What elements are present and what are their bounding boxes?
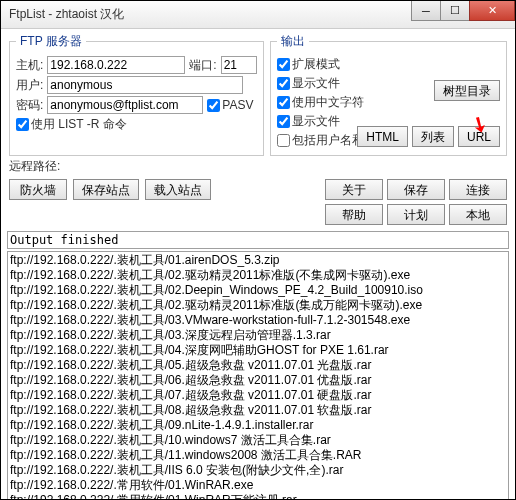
list-item[interactable]: ftp://192.168.0.222/.装机工具/02.驱动精灵2011标准版… xyxy=(8,268,508,283)
savesite-button[interactable]: 保存站点 xyxy=(73,179,139,200)
ftp-server-group: FTP 服务器 主机: 端口: 用户: 密码: PASV 使用 LIST -R … xyxy=(9,33,264,156)
list-item[interactable]: ftp://192.168.0.222/.装机工具/03.VMware-work… xyxy=(8,313,508,328)
user-input[interactable] xyxy=(47,76,243,94)
list-item[interactable]: ftp://192.168.0.222/.装机工具/05.超级急救盘 v2011… xyxy=(8,358,508,373)
help-button[interactable]: 帮助 xyxy=(325,204,383,225)
list-item[interactable]: ftp://192.168.0.222/.装机工具/IIS 6.0 安装包(附缺… xyxy=(8,463,508,478)
list-item[interactable]: ftp://192.168.0.222/.装机工具/09.nLite-1.4.9… xyxy=(8,418,508,433)
titlebar: FtpList - zhtaoist 汉化 ─ ☐ ✕ xyxy=(1,1,515,29)
close-button[interactable]: ✕ xyxy=(469,1,515,21)
list-button[interactable]: 列表 xyxy=(412,126,454,147)
pass-input[interactable] xyxy=(47,96,203,114)
list-item[interactable]: ftp://192.168.0.222/.装机工具/04.深度网吧辅助GHOST… xyxy=(8,343,508,358)
status-bar: Output finished xyxy=(7,231,509,249)
list-item[interactable]: ftp://192.168.0.222/.装机工具/06.超级急救盘 v2011… xyxy=(8,373,508,388)
list-item[interactable]: ftp://192.168.0.222/.装机工具/10.windows7 激活… xyxy=(8,433,508,448)
list-item[interactable]: ftp://192.168.0.222/.常用软件/01.WinRAR万能注册.… xyxy=(8,493,508,500)
minimize-button[interactable]: ─ xyxy=(411,1,441,21)
list-item[interactable]: ftp://192.168.0.222/.装机工具/11.windows2008… xyxy=(8,448,508,463)
window-title: FtpList - zhtaoist 汉化 xyxy=(5,6,124,23)
save-button[interactable]: 保存 xyxy=(387,179,445,200)
output-list[interactable]: ftp://192.168.0.222/.装机工具/01.airenDOS_5.… xyxy=(7,251,509,500)
connect-button[interactable]: 连接 xyxy=(449,179,507,200)
tree-button[interactable]: 树型目录 xyxy=(434,80,500,101)
pass-label: 密码: xyxy=(16,97,43,114)
expand-checkbox[interactable]: 扩展模式 xyxy=(277,56,500,73)
maximize-button[interactable]: ☐ xyxy=(440,1,470,21)
list-item[interactable]: ftp://192.168.0.222/.常用软件/01.WinRAR.exe xyxy=(8,478,508,493)
list-item[interactable]: ftp://192.168.0.222/.装机工具/03.深度远程启动管理器.1… xyxy=(8,328,508,343)
list-item[interactable]: ftp://192.168.0.222/.装机工具/07.超级急救盘 v2011… xyxy=(8,388,508,403)
list-item[interactable]: ftp://192.168.0.222/.装机工具/02.Deepin_Wind… xyxy=(8,283,508,298)
pasv-checkbox[interactable]: PASV xyxy=(207,98,253,112)
loadsite-button[interactable]: 载入站点 xyxy=(145,179,211,200)
html-button[interactable]: HTML xyxy=(357,126,408,147)
firewall-button[interactable]: 防火墙 xyxy=(9,179,67,200)
host-input[interactable] xyxy=(47,56,185,74)
list-item[interactable]: ftp://192.168.0.222/.装机工具/02.驱动精灵2011标准版… xyxy=(8,298,508,313)
host-label: 主机: xyxy=(16,57,43,74)
list-item[interactable]: ftp://192.168.0.222/.装机工具/01.airenDOS_5.… xyxy=(8,253,508,268)
about-button[interactable]: 关于 xyxy=(325,179,383,200)
listr-checkbox[interactable]: 使用 LIST -R 命令 xyxy=(16,116,127,133)
plan-button[interactable]: 计划 xyxy=(387,204,445,225)
user-label: 用户: xyxy=(16,77,43,94)
url-button[interactable]: URL xyxy=(458,126,500,147)
port-input[interactable] xyxy=(221,56,257,74)
local-button[interactable]: 本地 xyxy=(449,204,507,225)
output-group: 输出 扩展模式 显示文件 使用中文字符 显示文件 包括用户名和密码 树型目录 H… xyxy=(270,33,507,156)
output-legend: 输出 xyxy=(277,33,309,50)
ftp-legend: FTP 服务器 xyxy=(16,33,86,50)
list-item[interactable]: ftp://192.168.0.222/.装机工具/08.超级急救盘 v2011… xyxy=(8,403,508,418)
port-label: 端口: xyxy=(189,57,216,74)
remote-path-label: 远程路径: xyxy=(9,159,60,173)
